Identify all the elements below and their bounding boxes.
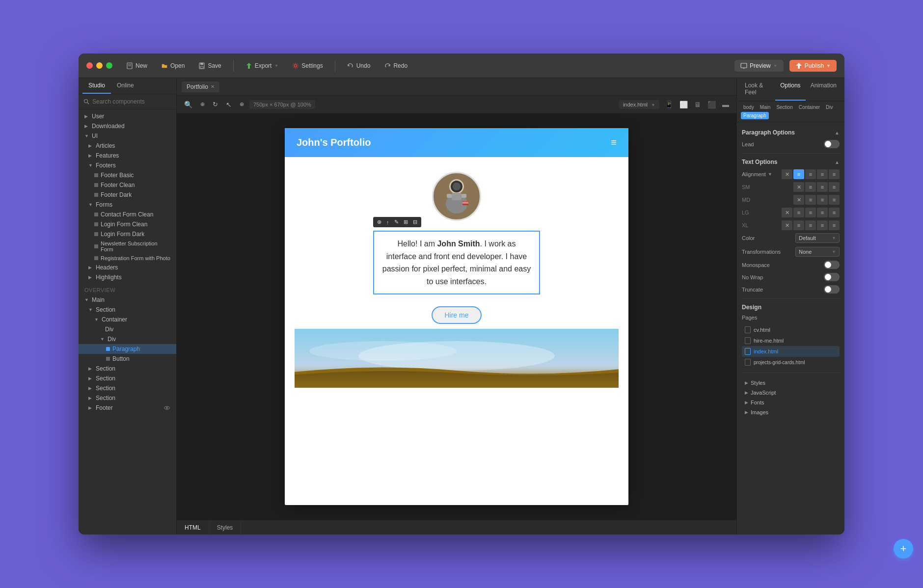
sm-align-left[interactable]: ≡ [805,182,816,192]
md-align-center[interactable]: ≡ [817,195,828,205]
xl-align-justify[interactable]: ≡ [829,220,840,230]
expand-javascript[interactable]: ▶ JavaScript [742,388,840,398]
tree-item-forms[interactable]: ▼ Forms [79,200,176,210]
lg-align-justify[interactable]: ≡ [829,208,840,217]
transforms-dropdown[interactable]: None ▼ [795,247,840,257]
traffic-light-maximize[interactable] [106,62,112,69]
traffic-light-minimize[interactable] [96,62,103,69]
overview-section4[interactable]: ▶ Section [79,383,176,393]
file-selector[interactable]: index.html ▼ [619,100,659,109]
overview-section5[interactable]: ▶ Section [79,393,176,403]
hire-button[interactable]: Hire me [432,306,481,324]
canvas-tab-portfolio[interactable]: Portfolio ✕ [182,81,219,92]
breadcrumb-paragraph[interactable]: Paragraph [741,112,769,119]
refresh-tool[interactable]: ↻ [210,99,220,109]
canvas-tab-close[interactable]: ✕ [211,84,215,89]
up-tool[interactable]: ↑ [384,218,391,226]
settings-button[interactable]: Settings [288,60,326,71]
overview-section3[interactable]: ▶ Section [79,374,176,383]
tree-item-highlights[interactable]: ▶ Highlights [79,272,176,282]
tree-item-footer-basic[interactable]: Footer Basic [79,170,176,180]
tab-animation[interactable]: Animation [806,78,842,101]
hamburger-icon[interactable]: ≡ [611,137,617,148]
search-input[interactable] [92,98,171,105]
xl-align-clear[interactable]: ✕ [782,220,792,230]
preview-button[interactable]: Preview ▼ [734,60,784,72]
pointer-tool[interactable]: ↖ [223,99,234,110]
page-cv[interactable]: cv.html [742,324,840,335]
breadcrumb-main[interactable]: Main [758,104,773,111]
tree-item-articles[interactable]: ▶ Articles [79,141,176,151]
export-button[interactable]: Export ▼ [242,60,283,71]
tab-online[interactable]: Online [111,78,140,94]
tree-item-footers[interactable]: ▼ Footers [79,160,176,170]
tree-item-ui[interactable]: ▼ UI [79,131,176,141]
save-button[interactable]: Save [194,60,225,71]
expand-images[interactable]: ▶ Images [742,407,840,417]
align-clear[interactable]: ✕ [782,169,792,179]
overview-section2[interactable]: ▶ Section [79,364,176,374]
md-align-right[interactable]: ≡ [829,195,840,205]
tree-item-login-form-clean[interactable]: Login Form Clean [79,219,176,229]
expand-styles[interactable]: ▶ Styles [742,378,840,388]
traffic-light-close[interactable] [86,62,93,69]
wide-icon[interactable]: ⬛ [705,99,718,110]
color-dropdown[interactable]: Default ▼ [795,233,840,243]
paragraph-element[interactable]: Hello! I am John Smith. I work as interf… [373,231,540,294]
breadcrumb-div[interactable]: Div [823,104,835,111]
styles-tab[interactable]: Styles [209,520,242,535]
overview-div1[interactable]: Div [79,324,176,334]
add-tool[interactable]: ⊕ [237,100,246,109]
tree-item-downloaded[interactable]: ▶ Downloaded [79,121,176,131]
tab-options[interactable]: Options [775,78,805,101]
xl-align-left[interactable]: ≡ [793,220,804,230]
paragraph-options-collapse[interactable]: ▲ [835,130,840,135]
new-button[interactable]: New [122,60,151,71]
truncate-toggle[interactable] [824,285,840,294]
sm-align-clear[interactable]: ✕ [793,182,804,192]
undo-button[interactable]: Undo [343,60,375,71]
publish-button[interactable]: Publish ▼ [789,60,837,72]
sm-align-right[interactable]: ≡ [829,182,840,192]
lg-align-left[interactable]: ≡ [793,208,804,217]
lg-align-right[interactable]: ≡ [817,208,828,217]
lead-toggle[interactable] [824,140,840,148]
lg-align-center[interactable]: ≡ [805,208,816,217]
align-right[interactable]: ≡ [817,169,828,179]
align-center[interactable]: ≡ [805,169,816,179]
expand-fonts[interactable]: ▶ Fonts [742,398,840,407]
zoom-out-tool[interactable]: 🔍 [182,99,195,110]
tab-look-feel[interactable]: Look & Feel [740,78,775,101]
tree-item-login-form-dark[interactable]: Login Form Dark [79,229,176,239]
nowrap-toggle[interactable] [824,273,840,281]
copy-tool[interactable]: ⊞ [402,218,410,226]
tree-item-registration[interactable]: Registration Form with Photo [79,254,176,263]
tree-item-headers[interactable]: ▶ Headers [79,263,176,272]
lg-align-clear[interactable]: ✕ [782,208,792,217]
text-options-collapse[interactable]: ▲ [835,160,840,165]
open-button[interactable]: Open [157,60,189,71]
page-index[interactable]: index.html [742,346,840,357]
align-left[interactable]: ≡ [793,169,804,179]
monospace-toggle[interactable] [824,261,840,269]
md-align-clear[interactable]: ✕ [793,195,804,205]
page-hireme[interactable]: hire-me.html [742,335,840,346]
tree-item-features[interactable]: ▶ Features [79,151,176,160]
zoom-in-tool[interactable]: ⊕ [198,100,207,109]
tree-item-footer-clean[interactable]: Footer Clean [79,180,176,190]
overview-footer[interactable]: ▶ Footer [79,403,176,413]
md-align-left[interactable]: ≡ [805,195,816,205]
desktop-icon[interactable]: 🖥 [692,99,704,110]
overview-main[interactable]: ▼ Main [79,295,176,305]
xl-align-center[interactable]: ≡ [805,220,816,230]
sm-align-center[interactable]: ≡ [817,182,828,192]
mobile-icon[interactable]: 📱 [662,99,676,110]
edit-tool[interactable]: ✎ [392,218,401,226]
tree-item-footer-dark[interactable]: Footer Dark [79,190,176,200]
page-projects[interactable]: projects-grid-cards.html [742,357,840,368]
tab-studio[interactable]: Studio [82,78,111,94]
canvas-viewport[interactable]: John's Porftolio ≡ [177,113,736,520]
delete-tool[interactable]: ⊟ [411,218,419,226]
breadcrumb-container[interactable]: Container [796,104,822,111]
align-justify[interactable]: ≡ [829,169,840,179]
